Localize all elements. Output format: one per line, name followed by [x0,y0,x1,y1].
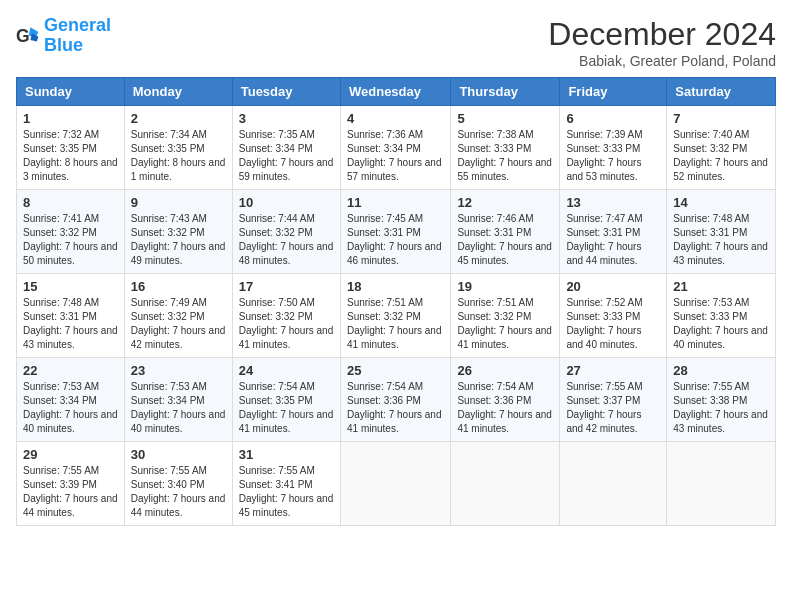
calendar-cell: 29Sunrise: 7:55 AMSunset: 3:39 PMDayligh… [17,442,125,526]
day-info: Sunrise: 7:32 AMSunset: 3:35 PMDaylight:… [23,128,118,184]
day-number: 14 [673,195,769,210]
weekday-header-saturday: Saturday [667,78,776,106]
weekday-header-thursday: Thursday [451,78,560,106]
day-info: Sunrise: 7:49 AMSunset: 3:32 PMDaylight:… [131,296,226,352]
day-number: 17 [239,279,334,294]
calendar-cell [451,442,560,526]
calendar-cell: 5Sunrise: 7:38 AMSunset: 3:33 PMDaylight… [451,106,560,190]
calendar-cell: 7Sunrise: 7:40 AMSunset: 3:32 PMDaylight… [667,106,776,190]
day-info: Sunrise: 7:38 AMSunset: 3:33 PMDaylight:… [457,128,553,184]
day-number: 10 [239,195,334,210]
month-title: December 2024 [548,16,776,53]
day-info: Sunrise: 7:50 AMSunset: 3:32 PMDaylight:… [239,296,334,352]
calendar-header-row: SundayMondayTuesdayWednesdayThursdayFrid… [17,78,776,106]
day-info: Sunrise: 7:34 AMSunset: 3:35 PMDaylight:… [131,128,226,184]
day-number: 6 [566,111,660,126]
day-info: Sunrise: 7:48 AMSunset: 3:31 PMDaylight:… [673,212,769,268]
day-info: Sunrise: 7:55 AMSunset: 3:39 PMDaylight:… [23,464,118,520]
weekday-header-friday: Friday [560,78,667,106]
day-info: Sunrise: 7:55 AMSunset: 3:40 PMDaylight:… [131,464,226,520]
day-info: Sunrise: 7:53 AMSunset: 3:34 PMDaylight:… [131,380,226,436]
day-number: 19 [457,279,553,294]
day-info: Sunrise: 7:52 AMSunset: 3:33 PMDaylight:… [566,296,660,352]
calendar-cell: 16Sunrise: 7:49 AMSunset: 3:32 PMDayligh… [124,274,232,358]
calendar-body: 1Sunrise: 7:32 AMSunset: 3:35 PMDaylight… [17,106,776,526]
day-info: Sunrise: 7:44 AMSunset: 3:32 PMDaylight:… [239,212,334,268]
day-info: Sunrise: 7:40 AMSunset: 3:32 PMDaylight:… [673,128,769,184]
day-info: Sunrise: 7:54 AMSunset: 3:36 PMDaylight:… [347,380,444,436]
weekday-header-monday: Monday [124,78,232,106]
calendar-cell: 26Sunrise: 7:54 AMSunset: 3:36 PMDayligh… [451,358,560,442]
calendar-cell: 12Sunrise: 7:46 AMSunset: 3:31 PMDayligh… [451,190,560,274]
day-number: 4 [347,111,444,126]
day-info: Sunrise: 7:51 AMSunset: 3:32 PMDaylight:… [347,296,444,352]
day-info: Sunrise: 7:54 AMSunset: 3:35 PMDaylight:… [239,380,334,436]
calendar-week-5: 29Sunrise: 7:55 AMSunset: 3:39 PMDayligh… [17,442,776,526]
calendar-week-4: 22Sunrise: 7:53 AMSunset: 3:34 PMDayligh… [17,358,776,442]
day-number: 2 [131,111,226,126]
weekday-header-wednesday: Wednesday [340,78,450,106]
day-number: 5 [457,111,553,126]
day-number: 24 [239,363,334,378]
day-number: 3 [239,111,334,126]
calendar-cell: 14Sunrise: 7:48 AMSunset: 3:31 PMDayligh… [667,190,776,274]
calendar-cell: 18Sunrise: 7:51 AMSunset: 3:32 PMDayligh… [340,274,450,358]
day-number: 27 [566,363,660,378]
day-number: 30 [131,447,226,462]
calendar-cell: 9Sunrise: 7:43 AMSunset: 3:32 PMDaylight… [124,190,232,274]
calendar-cell: 27Sunrise: 7:55 AMSunset: 3:37 PMDayligh… [560,358,667,442]
day-number: 12 [457,195,553,210]
day-info: Sunrise: 7:55 AMSunset: 3:38 PMDaylight:… [673,380,769,436]
calendar-cell: 23Sunrise: 7:53 AMSunset: 3:34 PMDayligh… [124,358,232,442]
day-number: 13 [566,195,660,210]
day-info: Sunrise: 7:46 AMSunset: 3:31 PMDaylight:… [457,212,553,268]
day-number: 18 [347,279,444,294]
day-number: 29 [23,447,118,462]
day-info: Sunrise: 7:53 AMSunset: 3:33 PMDaylight:… [673,296,769,352]
logo: G GeneralBlue [16,16,111,56]
day-info: Sunrise: 7:51 AMSunset: 3:32 PMDaylight:… [457,296,553,352]
day-info: Sunrise: 7:36 AMSunset: 3:34 PMDaylight:… [347,128,444,184]
day-number: 11 [347,195,444,210]
calendar-cell [667,442,776,526]
calendar-cell [340,442,450,526]
calendar-cell: 11Sunrise: 7:45 AMSunset: 3:31 PMDayligh… [340,190,450,274]
calendar-cell: 6Sunrise: 7:39 AMSunset: 3:33 PMDaylight… [560,106,667,190]
day-number: 28 [673,363,769,378]
day-number: 25 [347,363,444,378]
calendar-cell: 3Sunrise: 7:35 AMSunset: 3:34 PMDaylight… [232,106,340,190]
day-number: 23 [131,363,226,378]
calendar-cell: 22Sunrise: 7:53 AMSunset: 3:34 PMDayligh… [17,358,125,442]
weekday-header-tuesday: Tuesday [232,78,340,106]
calendar-cell: 1Sunrise: 7:32 AMSunset: 3:35 PMDaylight… [17,106,125,190]
calendar-week-1: 1Sunrise: 7:32 AMSunset: 3:35 PMDaylight… [17,106,776,190]
day-number: 22 [23,363,118,378]
day-number: 9 [131,195,226,210]
calendar-cell: 10Sunrise: 7:44 AMSunset: 3:32 PMDayligh… [232,190,340,274]
day-info: Sunrise: 7:55 AMSunset: 3:37 PMDaylight:… [566,380,660,436]
day-info: Sunrise: 7:54 AMSunset: 3:36 PMDaylight:… [457,380,553,436]
calendar-cell: 15Sunrise: 7:48 AMSunset: 3:31 PMDayligh… [17,274,125,358]
day-number: 20 [566,279,660,294]
calendar-week-2: 8Sunrise: 7:41 AMSunset: 3:32 PMDaylight… [17,190,776,274]
logo-text: GeneralBlue [44,16,111,56]
title-block: December 2024 Babiak, Greater Poland, Po… [548,16,776,69]
day-info: Sunrise: 7:48 AMSunset: 3:31 PMDaylight:… [23,296,118,352]
calendar-cell: 30Sunrise: 7:55 AMSunset: 3:40 PMDayligh… [124,442,232,526]
day-info: Sunrise: 7:47 AMSunset: 3:31 PMDaylight:… [566,212,660,268]
day-number: 1 [23,111,118,126]
day-info: Sunrise: 7:53 AMSunset: 3:34 PMDaylight:… [23,380,118,436]
calendar-cell: 20Sunrise: 7:52 AMSunset: 3:33 PMDayligh… [560,274,667,358]
day-number: 8 [23,195,118,210]
calendar-cell: 19Sunrise: 7:51 AMSunset: 3:32 PMDayligh… [451,274,560,358]
calendar-cell: 24Sunrise: 7:54 AMSunset: 3:35 PMDayligh… [232,358,340,442]
logo-icon: G [16,24,40,48]
day-number: 15 [23,279,118,294]
calendar-cell: 31Sunrise: 7:55 AMSunset: 3:41 PMDayligh… [232,442,340,526]
location-title: Babiak, Greater Poland, Poland [548,53,776,69]
calendar-week-3: 15Sunrise: 7:48 AMSunset: 3:31 PMDayligh… [17,274,776,358]
day-number: 21 [673,279,769,294]
calendar-cell: 28Sunrise: 7:55 AMSunset: 3:38 PMDayligh… [667,358,776,442]
calendar-cell: 2Sunrise: 7:34 AMSunset: 3:35 PMDaylight… [124,106,232,190]
day-info: Sunrise: 7:39 AMSunset: 3:33 PMDaylight:… [566,128,660,184]
